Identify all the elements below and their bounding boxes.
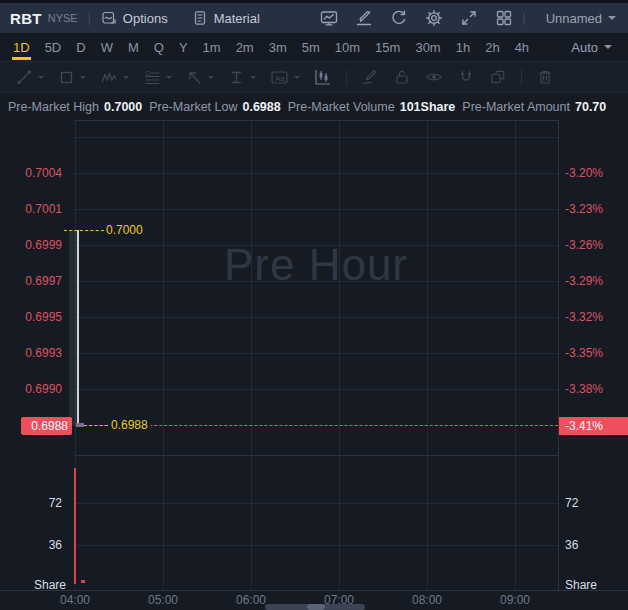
candle-wick: [77, 230, 79, 426]
premarket-amount-label: Pre-Market Amount: [462, 100, 570, 114]
timeframe-15m[interactable]: 15m: [374, 33, 401, 61]
time-axis-label: 08:00: [402, 593, 452, 607]
premarket-volume-value: 101Share: [400, 100, 456, 114]
toolbar-divider: [521, 69, 522, 85]
low-reference-line: [84, 425, 108, 426]
percent-axis-label: -3.32%: [565, 309, 603, 325]
price-axis-label: 0.7001: [0, 201, 62, 217]
time-axis-label: 09:00: [490, 593, 540, 607]
arrow-tool[interactable]: [186, 69, 214, 86]
chart-monitor-icon[interactable]: [320, 9, 338, 27]
auto-label: Auto: [571, 40, 598, 55]
timeframe-10m[interactable]: 10m: [334, 33, 361, 61]
premarket-low-value: 0.6988: [242, 100, 280, 114]
shape-tool[interactable]: [58, 69, 86, 86]
timeframe-3m[interactable]: 3m: [268, 33, 288, 61]
percent-axis-label: -3.35%: [565, 345, 603, 361]
separator: |: [88, 11, 91, 25]
material-menu-button[interactable]: Material: [192, 10, 260, 26]
gridline: [74, 503, 558, 504]
timeframe-4h[interactable]: 4h: [514, 33, 530, 61]
timeframe-m[interactable]: M: [127, 33, 140, 61]
price-axis-label: 0.6999: [0, 237, 62, 253]
timeframe-q[interactable]: Q: [153, 33, 165, 61]
volume-axis-label: 72: [0, 495, 62, 511]
chart-style-candles-tool[interactable]: [314, 68, 332, 86]
options-menu-button[interactable]: Options: [101, 10, 168, 26]
timeframe-2m[interactable]: 2m: [235, 33, 255, 61]
exchange-label: NYSE: [48, 12, 78, 24]
edit-chart-icon[interactable]: [355, 9, 373, 27]
auto-interval-dropdown[interactable]: Auto: [571, 33, 612, 61]
premarket-low-label: Pre-Market Low: [149, 100, 237, 114]
high-line-label: 0.7000: [106, 222, 143, 238]
freehand-draw-tool[interactable]: [361, 68, 379, 86]
gridline: [251, 120, 252, 590]
timeframe-5m[interactable]: 5m: [301, 33, 321, 61]
trend-line-tool[interactable]: [16, 69, 44, 86]
chart-scrollbar-thumb[interactable]: [265, 604, 365, 610]
measure-tool[interactable]: [228, 69, 256, 86]
chevron-down-icon: [80, 76, 86, 79]
percent-axis-label: -3.38%: [565, 381, 603, 397]
timeframe-1d[interactable]: 1D: [12, 33, 31, 61]
delete-trash-tool[interactable]: [536, 68, 554, 86]
price-axis-label: 0.6993: [0, 345, 62, 361]
svg-text:Aa: Aa: [275, 73, 285, 82]
options-contract-icon: [101, 10, 117, 26]
fullscreen-expand-icon[interactable]: [460, 9, 478, 27]
gann-lines-tool[interactable]: G: [143, 69, 172, 86]
text-annotation-tool[interactable]: Aa: [270, 69, 300, 86]
volume-bar: [74, 468, 76, 584]
timeframe-1m[interactable]: 1m: [202, 33, 222, 61]
x-axis-line: [0, 590, 628, 591]
volume-unit-label-left: Share: [0, 577, 66, 593]
timeframe-30m[interactable]: 30m: [414, 33, 441, 61]
gridline: [74, 209, 558, 210]
chevron-down-icon: [250, 76, 256, 79]
percent-axis-label: -3.26%: [565, 237, 603, 253]
last-price-badge: 0.6988: [21, 417, 72, 435]
gridline: [74, 137, 558, 138]
magnet-snap-tool[interactable]: [457, 68, 475, 86]
high-reference-line: [64, 230, 104, 231]
premarket-amount-value: 70.70: [575, 100, 606, 114]
percent-axis-label: -3.29%: [565, 273, 603, 289]
timeframe-2h[interactable]: 2h: [484, 33, 500, 61]
gridline: [74, 173, 558, 174]
material-menu-label: Material: [214, 11, 260, 26]
premarket-info-bar: Pre-Market High 0.7000 Pre-Market Low 0.…: [0, 93, 628, 120]
chevron-down-icon: [294, 76, 300, 79]
chart-canvas[interactable]: Pre Hour 0.7004 0.7001 0.6999 0.6997 0.6…: [0, 120, 628, 610]
pane-divider[interactable]: [74, 455, 559, 456]
timeframe-w[interactable]: W: [100, 33, 114, 61]
chevron-down-icon: [123, 76, 129, 79]
separator: |: [523, 11, 526, 25]
gridline: [74, 545, 558, 546]
chevron-down-icon: [604, 45, 612, 49]
gridline: [427, 120, 428, 590]
gridline: [74, 317, 558, 318]
refresh-icon[interactable]: [390, 9, 408, 27]
workspace-dropdown[interactable]: Unnamed: [546, 11, 616, 26]
percent-axis-label: -3.23%: [565, 201, 603, 217]
unlock-tool[interactable]: [393, 68, 411, 86]
gridline: [515, 120, 516, 590]
layout-grid-icon[interactable]: [495, 9, 513, 27]
clone-tool[interactable]: [489, 68, 507, 86]
timeframe-y[interactable]: Y: [178, 33, 189, 61]
timeframe-d[interactable]: D: [75, 33, 86, 61]
document-icon: [192, 10, 208, 26]
visibility-eye-tool[interactable]: [425, 68, 443, 86]
premarket-high-label: Pre-Market High: [8, 100, 99, 114]
timeframe-bar: 1D 5D D W M Q Y 1m 2m 3m 5m 10m 15m 30m …: [0, 33, 628, 62]
timeframe-5d[interactable]: 5D: [44, 33, 63, 61]
timeframe-1h[interactable]: 1h: [455, 33, 471, 61]
premarket-volume-label: Pre-Market Volume: [288, 100, 395, 114]
timeframe-spacer: [543, 33, 571, 61]
wave-pattern-tool[interactable]: [100, 69, 129, 86]
price-axis-label: 0.6995: [0, 309, 62, 325]
low-line-label: 0.6988: [108, 417, 151, 433]
symbol-ticker[interactable]: RBT: [10, 10, 42, 27]
settings-gear-icon[interactable]: [425, 9, 443, 27]
